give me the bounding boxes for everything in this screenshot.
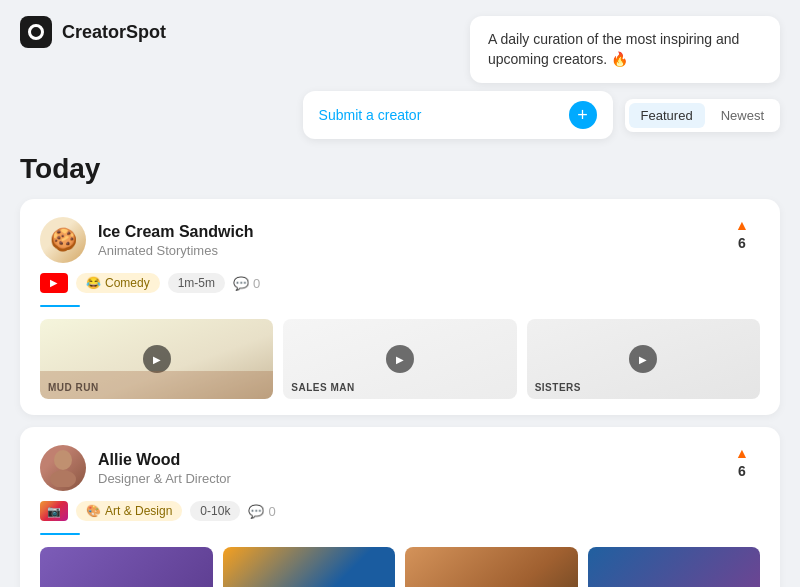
header: CreatorSpot A daily curation of the most… [0,0,800,139]
main-content: Today 🍪 Ice Cream Sandwich Animated Stor… [0,139,800,587]
play-button-sales[interactable]: ▶ [386,345,414,373]
tag-comedy[interactable]: 😂 Comedy [76,273,160,293]
comment-bubble-icon-2: 💬 [248,504,264,519]
play-button-mud[interactable]: ▶ [143,345,171,373]
photo-thumb-4[interactable] [588,547,761,587]
page-title: Today [20,153,780,185]
comment-count-1: 0 [253,276,260,291]
instagram-badge: 📷 [40,501,68,521]
logo-icon [20,16,52,48]
upvote-arrow-1[interactable]: ▲ [735,217,749,233]
svg-point-1 [50,470,76,487]
card-header-2: Allie Wood Designer & Art Director ▲ 6 [40,445,760,491]
svg-point-0 [54,450,72,470]
art-label: Art & Design [105,504,172,518]
card-divider-2 [40,533,80,535]
card-header-1: 🍪 Ice Cream Sandwich Animated Storytimes… [40,217,760,263]
filter-tabs: Featured Newest [625,99,780,132]
site-title: CreatorSpot [62,22,166,43]
tag-followers[interactable]: 0-10k [190,501,240,521]
tab-newest[interactable]: Newest [709,103,776,128]
photo-thumb-2[interactable] [223,547,396,587]
video-thumb-sales-man[interactable]: ▶ SALES MAN [283,319,516,399]
avatar-allie-wood [40,445,86,491]
creator-text-2: Allie Wood Designer & Art Director [98,451,231,486]
creator-sub-2: Designer & Art Director [98,471,231,486]
submit-label: Submit a creator [319,107,422,123]
comment-bubble-icon: 💬 [233,276,249,291]
photo-thumb-3[interactable] [405,547,578,587]
tagline-text: A daily curation of the most inspiring a… [488,31,739,67]
video-thumb-sisters[interactable]: ▶ SISTERS [527,319,760,399]
art-emoji: 🎨 [86,504,101,518]
comment-tag-1: 💬 0 [233,276,260,291]
thumb-label-sales: SALES MAN [291,382,354,393]
creator-sub-1: Animated Storytimes [98,243,254,258]
logo-inner-circle [28,24,44,40]
creator-name-1: Ice Cream Sandwich [98,223,254,241]
avatar-img-1: 🍪 [40,217,86,263]
allie-avatar-img [40,445,86,491]
tags-row-2: 📷 🎨 Art & Design 0-10k 💬 0 [40,501,760,521]
allie-silhouette [47,449,79,487]
submit-creator-box[interactable]: Submit a creator + [303,91,613,139]
comment-tag-2: 💬 0 [248,504,275,519]
creator-card-allie-wood: Allie Wood Designer & Art Director ▲ 6 📷… [20,427,780,587]
comedy-label: Comedy [105,276,150,290]
tagline-box: A daily curation of the most inspiring a… [470,16,780,83]
avatar-ice-cream: 🍪 [40,217,86,263]
card-divider-1 [40,305,80,307]
header-right: A daily curation of the most inspiring a… [303,16,780,139]
logo-area: CreatorSpot [20,16,166,48]
upvote-arrow-2[interactable]: ▲ [735,445,749,461]
vote-count-2: 6 [738,463,746,479]
thumbnails-row-1: ▶ MUD RUN ▶ SALES MAN ▶ SISTERS [40,319,760,399]
creator-info-1: 🍪 Ice Cream Sandwich Animated Storytimes [40,217,254,263]
vote-box-1: ▲ 6 [724,217,760,251]
thumb-label-sisters: SISTERS [535,382,581,393]
vote-count-1: 6 [738,235,746,251]
thumbnails-row-2 [40,547,760,587]
creator-info-2: Allie Wood Designer & Art Director [40,445,231,491]
play-button-sisters[interactable]: ▶ [629,345,657,373]
submit-plus-button[interactable]: + [569,101,597,129]
comment-count-2: 0 [268,504,275,519]
tab-featured[interactable]: Featured [629,103,705,128]
tags-row-1: ▶ 😂 Comedy 1m-5m 💬 0 [40,273,760,293]
video-thumb-mud-run[interactable]: ▶ MUD RUN [40,319,273,399]
creator-name-2: Allie Wood [98,451,231,469]
tag-duration[interactable]: 1m-5m [168,273,225,293]
photo-thumb-1[interactable] [40,547,213,587]
creator-text-1: Ice Cream Sandwich Animated Storytimes [98,223,254,258]
comedy-emoji: 😂 [86,276,101,290]
vote-box-2: ▲ 6 [724,445,760,479]
tag-art-design[interactable]: 🎨 Art & Design [76,501,182,521]
youtube-badge: ▶ [40,273,68,293]
creator-card-ice-cream-sandwich: 🍪 Ice Cream Sandwich Animated Storytimes… [20,199,780,415]
